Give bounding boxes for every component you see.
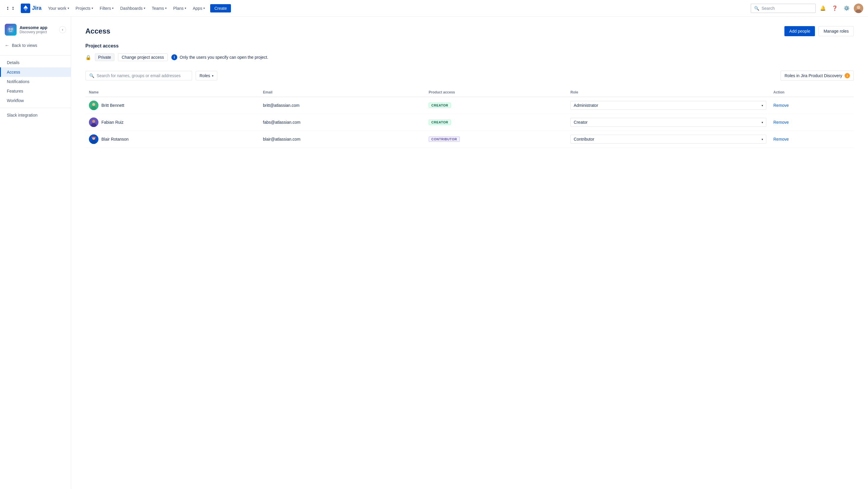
role-dropdown-fabian[interactable]: Creator ▾ [570, 118, 766, 127]
sidebar-divider-1 [0, 55, 71, 56]
member-name: Blair Rotanson [101, 137, 129, 142]
product-access-badge: CONTRIBUTOR [429, 137, 460, 142]
back-to-views-button[interactable]: ← Back to views [0, 40, 71, 51]
help-button[interactable]: ❓ [830, 4, 840, 13]
member-product-access: CREATOR [425, 114, 567, 131]
chevron-down-icon: ▾ [68, 6, 69, 10]
nav-teams[interactable]: Teams ▾ [149, 4, 169, 12]
member-action: Remove [770, 131, 854, 148]
role-dropdown-blair[interactable]: Contributor ▾ [570, 135, 766, 144]
app-switcher-button[interactable] [5, 4, 20, 12]
access-info-text: Only the users you specify can open the … [180, 55, 268, 60]
nav-plans[interactable]: Plans ▾ [170, 4, 189, 12]
sidebar-item-details[interactable]: Details [0, 58, 71, 67]
table-header: Name Email Product access Role Action [85, 88, 854, 97]
table-row: Britt Bennett britt@atlassian.com CREATO… [85, 97, 854, 114]
project-access-row: 🔒 Private Change project access i Only t… [85, 53, 854, 61]
sidebar-project: Awesome app Discovery project ‹ [0, 21, 71, 40]
sidebar-collapse-button[interactable]: ‹ [59, 26, 66, 33]
product-access-badge: CREATOR [429, 103, 451, 108]
project-type: Discovery project [20, 30, 48, 34]
col-name: Name [85, 88, 259, 97]
member-action: Remove [770, 114, 854, 131]
avatar-blair [89, 135, 98, 144]
member-email: britt@atlassian.com [259, 97, 425, 114]
settings-button[interactable]: ⚙️ [842, 4, 851, 13]
member-name: Fabian Ruiz [101, 120, 124, 125]
svg-point-8 [9, 29, 10, 30]
member-product-access: CONTRIBUTOR [425, 131, 567, 148]
member-cell-fabian: Fabian Ruiz [89, 117, 256, 127]
info-orange-icon: i [844, 73, 850, 78]
nav-apps[interactable]: Apps ▾ [190, 4, 208, 12]
member-email: blair@atlassian.com [259, 131, 425, 148]
create-button[interactable]: Create [210, 4, 231, 12]
member-product-access: CREATOR [425, 97, 567, 114]
page-header: Access Add people Manage roles [85, 26, 854, 36]
nav-your-work[interactable]: Your work ▾ [45, 4, 72, 12]
nav-projects[interactable]: Projects ▾ [73, 4, 96, 12]
logo-text: Jira [32, 5, 41, 11]
roles-info-button[interactable]: Roles in Jira Product Discovery i [780, 70, 854, 81]
notifications-button[interactable]: 🔔 [818, 4, 828, 13]
member-email: fabs@atlassian.com [259, 114, 425, 131]
filter-row: 🔍 Roles ▾ Roles in Jira Product Discover… [85, 70, 854, 81]
sidebar-item-features[interactable]: Features [0, 86, 71, 96]
project-name: Awesome app [20, 25, 48, 30]
sidebar-item-notifications[interactable]: Notifications [0, 77, 71, 86]
back-arrow-icon: ← [5, 43, 9, 48]
topnav-right: 🔍 Search 🔔 ❓ ⚙️ [751, 4, 863, 13]
member-name: Britt Bennett [101, 103, 124, 108]
role-dropdown-britt[interactable]: Administrator ▾ [570, 101, 766, 110]
members-search-input[interactable] [97, 73, 188, 78]
back-label: Back to views [12, 43, 37, 48]
topnav: Jira Your work ▾ Projects ▾ Filters ▾ Da… [0, 0, 868, 17]
user-avatar[interactable] [854, 4, 863, 13]
info-icon: i [172, 54, 177, 60]
table-body: Britt Bennett britt@atlassian.com CREATO… [85, 97, 854, 148]
change-access-button[interactable]: Change project access [118, 53, 168, 61]
jira-logo[interactable]: Jira [21, 4, 41, 13]
remove-button-blair[interactable]: Remove [773, 137, 789, 142]
svg-point-14 [92, 120, 95, 123]
member-name-cell: Blair Rotanson [85, 131, 259, 148]
col-role: Role [567, 88, 770, 97]
chevron-down-icon: ▾ [144, 6, 145, 10]
sidebar: Awesome app Discovery project ‹ ← Back t… [0, 17, 71, 489]
avatar-fabian [89, 117, 98, 127]
access-type-badge: Private [95, 53, 115, 61]
manage-roles-button[interactable]: Manage roles [818, 26, 854, 36]
nav-filters[interactable]: Filters ▾ [97, 4, 117, 12]
sidebar-item-workflow[interactable]: Workflow [0, 96, 71, 105]
project-info: Awesome app Discovery project [20, 25, 48, 34]
roles-label: Roles [199, 73, 210, 78]
page-title: Access [85, 27, 110, 35]
member-cell-britt: Britt Bennett [89, 100, 256, 110]
sidebar-item-slack[interactable]: Slack integration [0, 110, 71, 120]
member-role: Contributor ▾ [567, 131, 770, 148]
chevron-down-icon: ▾ [762, 104, 763, 107]
nav-dashboards[interactable]: Dashboards ▾ [117, 4, 148, 12]
member-role: Administrator ▾ [567, 97, 770, 114]
sidebar-item-access[interactable]: Access [0, 67, 71, 77]
roles-filter-dropdown[interactable]: Roles ▾ [196, 71, 217, 80]
svg-point-9 [11, 29, 12, 30]
chevron-down-icon: ▾ [185, 6, 186, 10]
add-people-button[interactable]: Add people [784, 26, 815, 36]
members-search-box[interactable]: 🔍 [85, 71, 192, 80]
remove-button-britt[interactable]: Remove [773, 103, 789, 108]
chevron-down-icon: ▾ [204, 6, 205, 10]
remove-button-fabian[interactable]: Remove [773, 120, 789, 125]
search-box[interactable]: 🔍 Search [751, 4, 816, 13]
svg-point-11 [92, 103, 95, 106]
roles-info-label: Roles in Jira Product Discovery [784, 73, 842, 78]
chevron-down-icon: ▾ [92, 6, 93, 10]
search-placeholder-text: Search [762, 6, 775, 11]
col-email: Email [259, 88, 425, 97]
search-icon: 🔍 [754, 6, 759, 11]
project-access-section-title: Project access [85, 43, 854, 49]
chevron-down-icon: ▾ [165, 6, 166, 10]
col-product-access: Product access [425, 88, 567, 97]
search-icon: 🔍 [89, 73, 94, 78]
table-row: Fabian Ruiz fabs@atlassian.com CREATOR C… [85, 114, 854, 131]
